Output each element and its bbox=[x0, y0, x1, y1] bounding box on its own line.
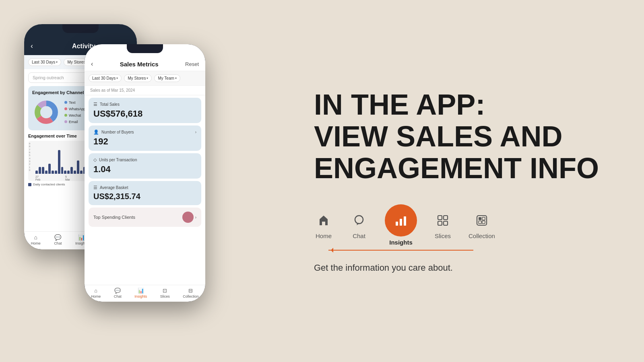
avg-basket-icon: ☰ bbox=[93, 185, 97, 190]
svg-point-5 bbox=[355, 216, 363, 224]
sm-filter-team[interactable]: My Team ▾ bbox=[154, 74, 180, 82]
total-sales-card: ☰ Total Sales US$576,618 bbox=[89, 98, 201, 123]
sm-bnav-insights[interactable]: 📊 Insights bbox=[134, 288, 147, 298]
upt-icon: ◇ bbox=[93, 157, 97, 162]
bnav-home[interactable]: ⌂ Home bbox=[31, 234, 41, 245]
buyers-label: Number of Buyers bbox=[101, 130, 134, 134]
sm-bnav-chat[interactable]: 💬 Chat bbox=[114, 288, 122, 298]
buyers-value: 192 bbox=[93, 136, 196, 147]
phones-section: ‹ Activity Last 30 Days ▾ My Stores ▾ My… bbox=[0, 0, 290, 362]
home-icon-wrap bbox=[314, 211, 333, 230]
collection-icon bbox=[475, 214, 488, 227]
nav-icons-row: Home Chat Insights bbox=[314, 204, 612, 246]
sm-title: Sales Metrics bbox=[96, 61, 182, 68]
upt-label: Units per Transaction bbox=[99, 158, 137, 162]
notch-front bbox=[127, 44, 163, 53]
sm-back-icon[interactable]: ‹ bbox=[91, 60, 93, 68]
legend: Text WhatsApp Wechat Email bbox=[64, 99, 86, 125]
sm-bottom-nav: ⌂ Home 💬 Chat 📊 Insights ⊡ Slices ⊟ bbox=[85, 285, 205, 302]
tc-avatar bbox=[182, 212, 194, 223]
nav-home[interactable]: Home bbox=[314, 211, 333, 239]
sm-date-info: Sales as of Mar 15, 2024 bbox=[85, 86, 205, 95]
sm-content: ☰ Total Sales US$576,618 👤 Number of Buy… bbox=[85, 95, 205, 288]
total-sales-value: US$576,618 bbox=[93, 109, 196, 119]
donut-chart bbox=[32, 98, 60, 126]
home-icon bbox=[317, 214, 330, 227]
nav-home-label: Home bbox=[316, 232, 332, 239]
upt-value: 1.04 bbox=[93, 164, 196, 175]
svg-rect-16 bbox=[479, 221, 481, 224]
sm-bnav-home[interactable]: ⌂ Home bbox=[91, 288, 101, 298]
arrow-row bbox=[314, 250, 612, 251]
sm-filter-stores[interactable]: My Stores ▾ bbox=[124, 74, 152, 82]
notch-back bbox=[62, 24, 99, 33]
total-sales-icon: ☰ bbox=[93, 102, 97, 107]
top-clients-label: Top Spending Clients bbox=[93, 215, 179, 220]
total-sales-label: Total Sales bbox=[100, 102, 120, 107]
nav-insights-label: Insights bbox=[389, 239, 413, 246]
svg-point-4 bbox=[40, 106, 52, 118]
arrow-line bbox=[328, 250, 473, 251]
top-clients-chevron: › bbox=[195, 215, 196, 220]
nav-chat[interactable]: Chat bbox=[349, 211, 369, 239]
svg-rect-8 bbox=[404, 216, 406, 226]
insights-icon bbox=[393, 213, 409, 228]
sm-filters: Last 30 Days ▾ My Stores ▾ My Team ▾ bbox=[85, 71, 205, 86]
avg-basket-label: Average Basket bbox=[100, 185, 128, 190]
upt-card: ◇ Units per Transaction 1.04 bbox=[89, 153, 201, 179]
chat-icon bbox=[353, 214, 365, 227]
sm-reset-btn[interactable]: Reset bbox=[185, 61, 199, 67]
svg-rect-7 bbox=[400, 219, 402, 226]
nav-slices-label: Slices bbox=[435, 232, 451, 239]
avg-basket-value: US$2,315.74 bbox=[93, 192, 196, 201]
collection-icon-wrap bbox=[472, 211, 491, 230]
screen-front: ‹ Sales Metrics Reset Last 30 Days ▾ My … bbox=[85, 44, 205, 302]
avg-basket-card: ☰ Average Basket US$2,315.74 bbox=[89, 181, 201, 205]
buyers-icon: 👤 bbox=[93, 130, 99, 135]
insights-icon-wrap bbox=[385, 204, 417, 237]
top-clients-card[interactable]: Top Spending Clients › bbox=[89, 208, 201, 227]
sm-filter-last30[interactable]: Last 30 Days ▾ bbox=[89, 74, 122, 82]
phone-front: ‹ Sales Metrics Reset Last 30 Days ▾ My … bbox=[85, 44, 205, 302]
nav-collection[interactable]: Collection bbox=[469, 211, 495, 239]
nav-collection-label: Collection bbox=[469, 232, 495, 239]
svg-rect-12 bbox=[444, 221, 448, 225]
nav-chat-label: Chat bbox=[353, 232, 365, 239]
slices-icon bbox=[436, 214, 449, 227]
svg-rect-13 bbox=[477, 216, 487, 225]
svg-rect-15 bbox=[482, 217, 485, 220]
nav-insights[interactable]: Insights bbox=[385, 204, 417, 246]
bnav-chat[interactable]: 💬 Chat bbox=[54, 234, 62, 245]
tagline: Get the information you care about. bbox=[314, 263, 612, 273]
svg-rect-10 bbox=[444, 216, 448, 220]
sm-bnav-slices[interactable]: ⊡ Slices bbox=[160, 288, 170, 298]
svg-rect-6 bbox=[396, 222, 398, 226]
slices-icon-wrap bbox=[433, 211, 452, 230]
text-section: IN THE APP: VIEW SALES AND ENGAGEMENT IN… bbox=[290, 0, 644, 362]
headline: IN THE APP: VIEW SALES AND ENGAGEMENT IN… bbox=[314, 89, 612, 185]
back-icon[interactable]: ‹ bbox=[31, 42, 33, 50]
buyers-card[interactable]: 👤 Number of Buyers › 192 bbox=[89, 125, 201, 151]
svg-rect-17 bbox=[482, 221, 485, 224]
svg-rect-9 bbox=[438, 216, 442, 220]
nav-slices[interactable]: Slices bbox=[433, 211, 452, 239]
svg-rect-11 bbox=[438, 221, 442, 225]
svg-rect-14 bbox=[479, 217, 481, 220]
chat-icon-wrap bbox=[349, 211, 369, 230]
filter-last30[interactable]: Last 30 Days ▾ bbox=[28, 58, 61, 66]
sm-bnav-collection[interactable]: ⊟ Collection bbox=[183, 288, 199, 298]
